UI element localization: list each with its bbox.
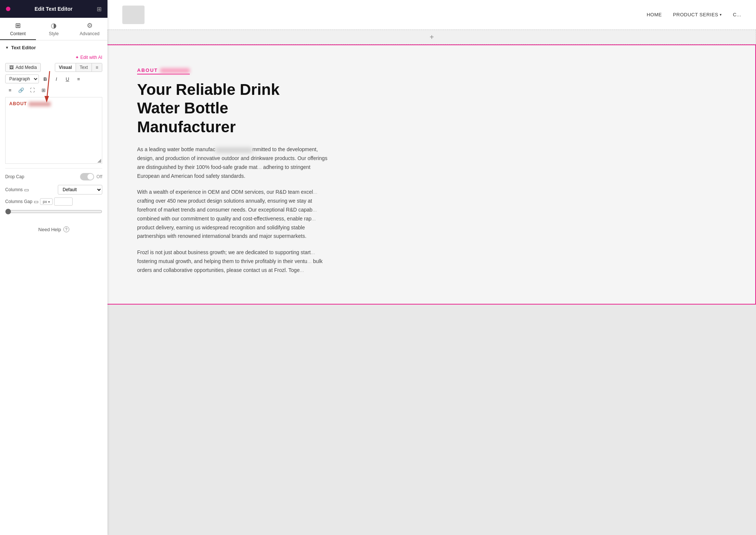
drop-cap-label: Drop Cap — [5, 174, 39, 179]
drop-cap-toggle[interactable] — [80, 173, 94, 180]
add-media-label: Add Media — [16, 65, 37, 70]
resize-handle[interactable] — [97, 159, 101, 163]
editor-area-wrapper: ABOUT — [5, 97, 102, 164]
body-para2: With a wealth of experience in OEM and O… — [137, 188, 330, 241]
need-help[interactable]: Need Help ? — [5, 222, 102, 237]
logo — [122, 6, 145, 24]
slider-row — [5, 209, 102, 216]
add-section-bar[interactable]: + — [107, 30, 756, 44]
panel-title: Edit Text Editor — [34, 6, 72, 12]
tab-content[interactable]: ⊞ Content — [0, 18, 36, 40]
panel-tabs: ⊞ Content ◑ Style ⚙ Advanced — [0, 18, 107, 40]
nav-home[interactable]: HOME — [647, 12, 662, 17]
columns-gap-row: Columns Gap ▭ px ▾ — [5, 197, 102, 206]
bold-button[interactable]: B — [40, 74, 50, 84]
list-button[interactable]: ≡ — [74, 74, 83, 84]
editor-toolbar-top: 🖼 Add Media Visual Text ≡ — [5, 63, 102, 72]
add-media-icon: 🖼 — [9, 65, 14, 70]
editor-format-bar: Paragraph Heading 1 Heading 2 B I U ≡ — [5, 74, 102, 84]
toggle-knob — [87, 174, 93, 180]
visual-tab[interactable]: Visual — [55, 63, 76, 72]
text-tab-label: Text — [80, 65, 88, 70]
link-button[interactable]: 🔗 — [16, 85, 26, 95]
columns-select[interactable]: Default 2 3 — [58, 185, 102, 195]
edit-ai-button[interactable]: ✦ Edit with AI — [75, 55, 102, 60]
text-tab[interactable]: Text — [76, 63, 92, 72]
panel-header-icons: ⊞ — [97, 6, 102, 13]
body-para3: Frozl is not just about business growth;… — [137, 248, 330, 275]
list-icon-tab[interactable]: ≡ — [92, 63, 102, 72]
paragraph-select[interactable]: Paragraph Heading 1 Heading 2 — [5, 74, 39, 83]
body-para1: As a leading water bottle manufacmmitted… — [137, 145, 330, 180]
visual-tab-label: Visual — [59, 65, 72, 70]
fullscreen-button[interactable]: ⛶ — [27, 85, 37, 95]
content-tab-label: Content — [10, 31, 26, 36]
gap-input[interactable] — [54, 197, 73, 206]
content-tab-icon: ⊞ — [15, 21, 21, 30]
site-nav: HOME PRODUCT SERIES ▾ C... — [647, 12, 741, 17]
table-button[interactable]: ⊞ — [39, 85, 48, 95]
section-header: ▼ Text Editor — [5, 45, 102, 50]
columns-icon: ▭ — [24, 187, 29, 193]
editor-content: ABOUT — [9, 101, 98, 106]
columns-gap-label: Columns Gap ▭ — [5, 199, 39, 205]
drop-cap-value: Off — [96, 174, 102, 179]
site-header: HOME PRODUCT SERIES ▾ C... — [107, 0, 756, 30]
edit-ai-container: ✦ Edit with AI — [5, 55, 102, 60]
unit-chevron: ▾ — [48, 200, 50, 204]
ordered-list-button[interactable]: ≡ — [5, 85, 15, 95]
section-arrow: ▼ — [5, 46, 9, 50]
advanced-tab-label: Advanced — [80, 31, 99, 36]
editor-format-bar2: ≡ 🔗 ⛶ ⊞ — [5, 85, 102, 95]
grid-icon[interactable]: ⊞ — [97, 6, 102, 13]
add-media-button[interactable]: 🖼 Add Media — [5, 63, 41, 72]
nav-more[interactable]: C... — [733, 12, 741, 17]
right-panel: HOME PRODUCT SERIES ▾ C... + ABOUT Your … — [107, 0, 756, 535]
about-label: ABOUT — [137, 67, 190, 74]
gap-icon: ▭ — [34, 199, 39, 205]
pink-selection-top — [107, 44, 756, 45]
content-section: ABOUT Your Reliable Drink Water Bottle M… — [107, 44, 756, 305]
panel-body: ▼ Text Editor ✦ Edit with AI 🖼 Add Media… — [0, 40, 107, 535]
panel-header: Edit Text Editor ⊞ — [0, 0, 107, 18]
style-tab-icon: ◑ — [51, 21, 57, 30]
logo-area — [122, 6, 145, 24]
main-heading: Your Reliable Drink Water Bottle Manufac… — [137, 80, 322, 136]
dropdown-chevron: ▾ — [720, 13, 722, 17]
drop-cap-row: Drop Cap Off — [5, 173, 102, 180]
list-icon: ≡ — [96, 65, 98, 70]
italic-button[interactable]: I — [52, 74, 61, 84]
tab-advanced[interactable]: ⚙ Advanced — [72, 18, 107, 40]
advanced-tab-icon: ⚙ — [87, 21, 93, 30]
underline-button[interactable]: U — [63, 74, 72, 84]
columns-label: Columns ▭ — [5, 187, 39, 193]
divider-1 — [5, 168, 102, 169]
drop-cap-toggle-container: Off — [80, 173, 102, 180]
edit-ai-label: Edit with AI — [80, 55, 102, 60]
tab-style[interactable]: ◑ Style — [36, 18, 72, 40]
columns-row: Columns ▭ Default 2 3 — [5, 185, 102, 195]
editor-area[interactable]: ABOUT — [5, 97, 102, 164]
section-title: Text Editor — [11, 45, 36, 50]
gap-slider[interactable] — [5, 209, 102, 215]
style-tab-label: Style — [49, 31, 59, 36]
left-panel: Edit Text Editor ⊞ ⊞ Content ◑ Style ⚙ A… — [0, 0, 107, 535]
help-icon: ? — [63, 226, 69, 232]
header-dot — [6, 7, 10, 11]
need-help-label: Need Help — [38, 227, 61, 232]
pink-selection-bottom — [107, 304, 756, 305]
add-section-icon: + — [430, 33, 434, 41]
nav-product-series[interactable]: PRODUCT SERIES ▾ — [673, 12, 722, 17]
view-tabs: Visual Text ≡ — [55, 63, 102, 72]
ai-sparkle-icon: ✦ — [75, 55, 79, 60]
gap-unit[interactable]: px ▾ — [40, 198, 53, 205]
content-inner: ABOUT Your Reliable Drink Water Bottle M… — [137, 67, 345, 275]
